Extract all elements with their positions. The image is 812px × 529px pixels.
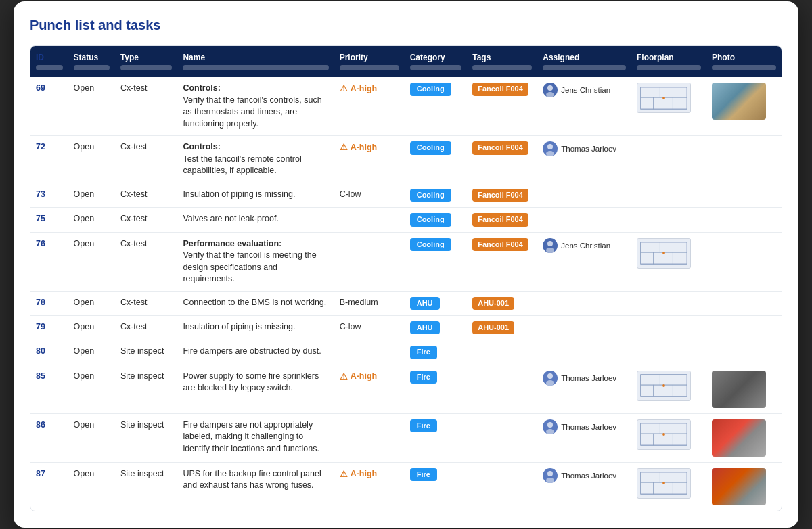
cell-floorplan bbox=[631, 183, 706, 207]
filter-priority[interactable] bbox=[340, 65, 399, 70]
cell-floorplan bbox=[631, 340, 706, 365]
table-body: 69OpenCx-testControls:Verify that the fa… bbox=[30, 77, 782, 510]
photo-thumbnail[interactable] bbox=[712, 83, 766, 120]
table-row[interactable]: 78OpenCx-testConnection to the BMS is no… bbox=[30, 291, 782, 315]
cell-priority bbox=[334, 413, 405, 462]
filter-id[interactable] bbox=[36, 65, 63, 70]
cell-tags: AHU-001 bbox=[467, 291, 537, 315]
cell-category: Cooling bbox=[405, 77, 468, 136]
cell-type: Cx-test bbox=[115, 315, 178, 340]
cell-tags: Fancoil F004 bbox=[467, 232, 537, 291]
assigned-name: Jens Christian bbox=[561, 240, 610, 251]
cell-photo bbox=[706, 315, 782, 340]
table-row[interactable]: 69OpenCx-testControls:Verify that the fa… bbox=[30, 77, 782, 136]
cell-id: 85 bbox=[30, 365, 68, 413]
col-category: Category bbox=[405, 46, 468, 77]
svg-point-42 bbox=[547, 471, 553, 476]
photo-thumbnail[interactable] bbox=[712, 371, 766, 408]
cell-name: Performance evaluation:Verify that the f… bbox=[177, 232, 334, 291]
filter-floorplan[interactable] bbox=[637, 65, 701, 70]
floorplan-thumbnail[interactable] bbox=[637, 83, 691, 113]
table-row[interactable]: 85OpenSite inspectPower supply to some f… bbox=[30, 365, 782, 413]
cell-status: Open bbox=[68, 365, 115, 413]
table-row[interactable]: 72OpenCx-testControls:Test the fancoil's… bbox=[30, 136, 782, 183]
cell-name: Fire dampers are not appropriately label… bbox=[177, 413, 334, 462]
floorplan-thumbnail[interactable] bbox=[637, 419, 691, 450]
table-row[interactable]: 76OpenCx-testPerformance evaluation:Veri… bbox=[30, 232, 782, 291]
cell-photo bbox=[706, 208, 782, 232]
cell-category: Cooling bbox=[405, 183, 468, 207]
table-row[interactable]: 86OpenSite inspectFire dampers are not a… bbox=[30, 413, 782, 462]
cell-category: Fire bbox=[405, 340, 468, 365]
cell-assigned: Thomas Jarloev bbox=[537, 365, 631, 413]
cell-floorplan bbox=[631, 462, 706, 511]
cell-priority: B-medium bbox=[334, 291, 405, 315]
cell-priority: A-high bbox=[334, 365, 405, 413]
cell-floorplan bbox=[631, 365, 706, 413]
filter-type[interactable] bbox=[120, 65, 173, 70]
col-type: Type bbox=[115, 46, 178, 77]
svg-point-21 bbox=[662, 252, 665, 254]
cell-assigned bbox=[537, 291, 631, 315]
cell-status: Open bbox=[68, 315, 115, 340]
svg-point-22 bbox=[547, 373, 553, 379]
cell-assigned: Thomas Jarloev bbox=[537, 413, 631, 462]
cell-tags: Fancoil F004 bbox=[467, 136, 537, 183]
cell-id: 72 bbox=[30, 136, 68, 183]
cell-type: Site inspect bbox=[115, 340, 178, 365]
cell-category: Fire bbox=[405, 413, 468, 462]
avatar bbox=[543, 83, 558, 97]
cell-type: Site inspect bbox=[115, 462, 178, 511]
filter-category[interactable] bbox=[410, 65, 462, 70]
cell-type: Site inspect bbox=[115, 365, 178, 413]
table-row[interactable]: 75OpenCx-testValves are not leak-proof.C… bbox=[30, 208, 782, 232]
cell-tags bbox=[467, 365, 537, 413]
cell-name: Connection to the BMS is not working. bbox=[177, 291, 334, 315]
cell-floorplan bbox=[631, 208, 706, 232]
filter-tags[interactable] bbox=[472, 65, 532, 70]
cell-name: Insulation of piping is missing. bbox=[177, 183, 334, 207]
filter-status[interactable] bbox=[74, 65, 110, 70]
cell-photo bbox=[706, 77, 782, 136]
filter-assigned[interactable] bbox=[543, 65, 626, 70]
floorplan-thumbnail[interactable] bbox=[637, 468, 691, 499]
avatar bbox=[543, 468, 558, 483]
cell-category: Cooling bbox=[405, 208, 468, 232]
cell-tags: AHU-001 bbox=[467, 315, 537, 340]
cell-name: Insulation of piping is missing. bbox=[177, 315, 334, 340]
filter-name[interactable] bbox=[183, 65, 328, 70]
photo-thumbnail[interactable] bbox=[712, 468, 766, 505]
table-row[interactable]: 79OpenCx-testInsulation of piping is mis… bbox=[30, 315, 782, 340]
table-row[interactable]: 87OpenSite inspectUPS for the backup fir… bbox=[30, 462, 782, 511]
cell-type: Cx-test bbox=[115, 291, 178, 315]
col-name: Name bbox=[177, 46, 334, 77]
cell-tags: Fancoil F004 bbox=[467, 183, 537, 207]
floorplan-thumbnail[interactable] bbox=[637, 238, 691, 269]
cell-status: Open bbox=[68, 340, 115, 365]
col-assigned: Assigned bbox=[537, 46, 631, 77]
cell-id: 79 bbox=[30, 315, 68, 340]
table-row[interactable]: 80OpenSite inspectFire dampers are obstr… bbox=[30, 340, 782, 365]
cell-photo bbox=[706, 291, 782, 315]
cell-floorplan bbox=[631, 291, 706, 315]
svg-point-0 bbox=[547, 85, 553, 91]
cell-category: Cooling bbox=[405, 232, 468, 291]
cell-name: Valves are not leak-proof. bbox=[177, 208, 334, 232]
floorplan-thumbnail[interactable] bbox=[637, 371, 691, 401]
cell-type: Cx-test bbox=[115, 208, 178, 232]
photo-thumbnail[interactable] bbox=[712, 419, 766, 457]
cell-category: AHU bbox=[405, 291, 468, 315]
col-floorplan: Floorplan bbox=[631, 46, 706, 77]
table-row[interactable]: 73OpenCx-testInsulation of piping is mis… bbox=[30, 183, 782, 207]
cell-name: Fire dampers are obstructed by dust. bbox=[177, 340, 334, 365]
cell-photo bbox=[706, 365, 782, 413]
cell-name: Power supply to some fire sprinklers are… bbox=[177, 365, 334, 413]
filter-photo[interactable] bbox=[712, 65, 776, 70]
cell-priority: A-high bbox=[334, 462, 405, 511]
cell-id: 86 bbox=[30, 413, 68, 462]
assigned-name: Thomas Jarloev bbox=[561, 143, 616, 154]
cell-type: Site inspect bbox=[115, 413, 178, 462]
cell-priority: A-high bbox=[334, 77, 405, 136]
cell-type: Cx-test bbox=[115, 77, 178, 136]
col-photo: Photo bbox=[706, 46, 782, 77]
